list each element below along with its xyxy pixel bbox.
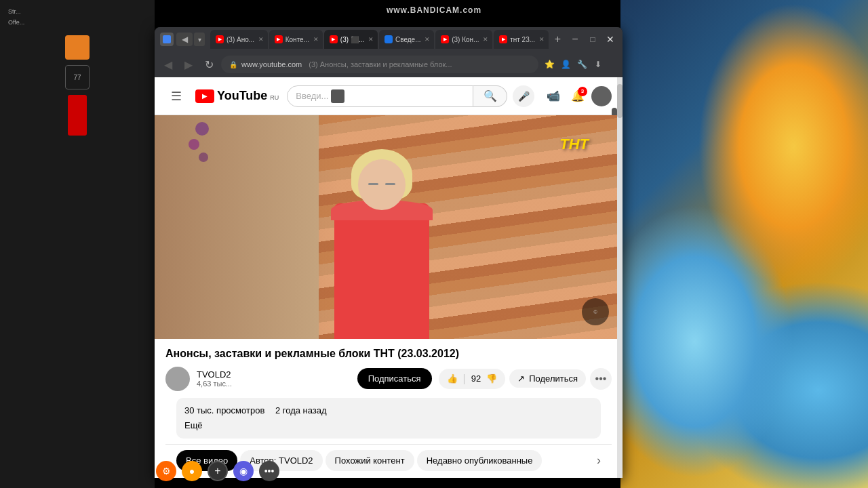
youtube-content: ☰ YouTube RU Введи... 🔍 🎤 📹: [155, 77, 623, 478]
tab-3-label: (3) ⬛...: [340, 36, 364, 43]
minimize-btn[interactable]: −: [568, 33, 582, 46]
profile-icon[interactable]: 👤: [559, 58, 572, 71]
create-icon: 📹: [547, 89, 560, 102]
tab-5[interactable]: ▶ (3) Кон... ✕: [435, 30, 492, 49]
yt-logo-text: YouTube: [217, 89, 267, 103]
yt-logo-locale: RU: [270, 94, 279, 101]
tab-4-favicon: [384, 35, 393, 43]
new-tab-btn[interactable]: +: [550, 31, 566, 47]
bottom-icon-3[interactable]: ◉: [233, 461, 254, 481]
tab-4-close[interactable]: ✕: [425, 36, 430, 43]
tab-6[interactable]: ▶ тнт 23... ✕: [494, 30, 549, 49]
yt-tab-related[interactable]: Похожий контент: [326, 450, 414, 471]
scrollbar-thumb[interactable]: [617, 84, 623, 118]
yt-logo-icon: [195, 89, 214, 103]
nav-forward[interactable]: ▶: [180, 56, 197, 73]
tab-2-favicon: ▶: [275, 35, 283, 43]
bottom-icon-1[interactable]: ⚙: [156, 461, 176, 481]
bottom-icon-more[interactable]: •••: [259, 461, 279, 481]
deco-ball-1: [195, 122, 209, 136]
sidebar-icon-dark[interactable]: 77: [65, 65, 90, 89]
deco-ball-3: [199, 152, 208, 162]
bottom-icon-add[interactable]: +: [208, 461, 228, 481]
yt-create-btn[interactable]: 📹: [542, 85, 564, 107]
browser-icon: [160, 33, 174, 46]
page-scrollbar[interactable]: [617, 77, 623, 478]
deco-ball-2: [189, 139, 199, 150]
yt-video-info: Анонсы, заставки и рекламные блоки ТНТ (…: [155, 339, 623, 478]
address-input-container[interactable]: 🔒 www.youtube.com (3) Анонсы, заставки и…: [221, 56, 538, 73]
nav-refresh[interactable]: ↻: [201, 56, 217, 73]
dislike-icon: 👎: [486, 373, 497, 384]
yt-search-placeholder: Введи...: [296, 91, 328, 101]
yt-logo[interactable]: YouTube RU: [195, 89, 279, 103]
tnt-logo: ТНТ: [559, 136, 589, 153]
window-btns: ◀ ▾: [176, 33, 205, 46]
yt-more-btn[interactable]: •••: [590, 368, 612, 390]
video-views: 30 тыс. просмотров: [184, 405, 264, 415]
yt-tab-recent[interactable]: Недавно опубликованные: [417, 450, 542, 471]
sidebar-icons: 77: [0, 35, 155, 136]
tab-1-close[interactable]: ✕: [258, 36, 264, 43]
nav-back-btn[interactable]: ◀: [176, 33, 193, 46]
person-eye-left: [368, 183, 378, 185]
tab-3-active[interactable]: ▶ (3) ⬛... ✕: [324, 30, 378, 49]
sidebar-number: 77: [73, 74, 81, 81]
yt-notifications-btn[interactable]: 🔔 3: [567, 85, 589, 107]
bottom-icons: ⚙ ● + ◉ •••: [156, 461, 279, 481]
bottom-icon-2[interactable]: ●: [182, 461, 202, 481]
sidebar-icon-red[interactable]: [68, 95, 87, 136]
dropdown-btn[interactable]: ▾: [194, 33, 205, 46]
yt-search-btn[interactable]: 🔍: [473, 85, 507, 107]
sidebar-item-1: Str...: [5, 7, 149, 16]
yt-channel-info: TVOLD2 4,63 тыс...: [197, 369, 351, 388]
yt-description-box[interactable]: 30 тыс. просмотров 2 года назад Ещё: [176, 398, 601, 439]
window-controls: − □ ✕: [568, 33, 617, 46]
tab-2[interactable]: ▶ Конте... ✕: [269, 30, 323, 49]
yt-search-wrapper: Введи... 🔍: [287, 85, 507, 107]
yt-subscribe-btn[interactable]: Подписаться: [357, 368, 432, 389]
tab-2-close[interactable]: ✕: [313, 36, 319, 43]
tabs-scroll-right[interactable]: ›: [597, 453, 601, 468]
yt-desc-more[interactable]: Ещё: [184, 420, 593, 432]
download-icon[interactable]: ⬇: [591, 58, 605, 71]
sidebar-icon-orange[interactable]: [65, 35, 90, 60]
like-separator: |: [463, 373, 466, 385]
yt-video-player[interactable]: ТНТ ©: [155, 115, 623, 339]
yt-like-btn[interactable]: 👍 | 92 👎: [439, 369, 506, 389]
sidebar-top: Str... Offe...: [0, 7, 155, 27]
yt-desc-stats: 30 тыс. просмотров 2 года назад: [184, 405, 593, 417]
person-face: [358, 159, 406, 210]
tab-3-close[interactable]: ✕: [368, 36, 374, 43]
extension-icon[interactable]: 🔧: [575, 58, 589, 71]
lock-icon: 🔒: [229, 61, 237, 68]
tab-1[interactable]: ▶ (3) Ано... ✕: [210, 30, 268, 49]
nav-back[interactable]: ◀: [160, 56, 176, 73]
left-sidebar: Str... Offe... 77: [0, 0, 155, 488]
yt-channel-avatar[interactable]: [165, 367, 190, 391]
yt-mic-btn[interactable]: 🎤: [513, 85, 534, 107]
tab-6-favicon: ▶: [499, 35, 507, 43]
tab-4[interactable]: Сведе... ✕: [379, 30, 434, 49]
deco-gradient: [620, 0, 868, 488]
restore-btn[interactable]: □: [586, 33, 599, 46]
tab-5-close[interactable]: ✕: [483, 36, 488, 43]
tab-6-close[interactable]: ✕: [539, 36, 545, 43]
tab-5-label: (3) Кон...: [452, 36, 479, 43]
yt-search-input[interactable]: Введи...: [287, 85, 473, 107]
right-decoration: [620, 0, 868, 488]
person-body: [334, 203, 429, 339]
video-time: 2 года назад: [275, 405, 327, 415]
bookmark-icon[interactable]: ⭐: [542, 58, 556, 71]
search-kbd-hint: [331, 89, 344, 103]
tab-3-favicon: ▶: [330, 35, 338, 43]
watermark-text: www.BANDICAM.com: [387, 5, 481, 15]
video-thumbnail: ТНТ ©: [155, 115, 623, 339]
close-btn[interactable]: ✕: [604, 33, 617, 46]
yt-user-avatar[interactable]: [591, 86, 612, 106]
yt-channel-row: TVOLD2 4,63 тыс... Подписаться 👍 | 92 👎 …: [165, 367, 612, 391]
address-title: (3) Анонсы, заставки и рекламные блок...: [309, 60, 452, 68]
address-actions: ⭐ 👤 🔧 ⬇: [542, 58, 605, 71]
yt-menu-btn[interactable]: ☰: [165, 83, 187, 109]
yt-share-btn[interactable]: ↗ Поделиться: [509, 369, 586, 388]
